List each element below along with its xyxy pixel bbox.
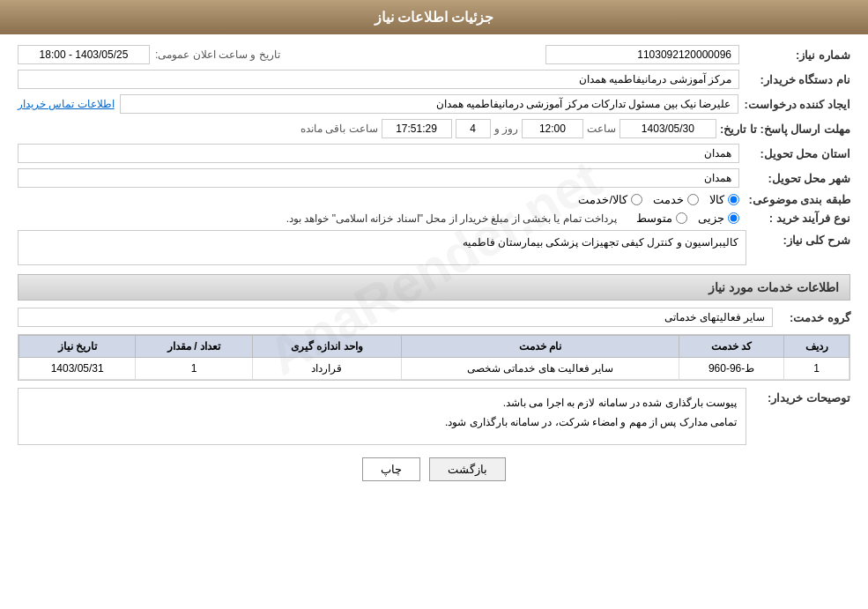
col-radif: ردیف bbox=[784, 336, 849, 358]
mohlat-rooz-value: 4 bbox=[456, 119, 491, 138]
mohlat-label: مهلت ارسال پاسخ: تا تاریخ: bbox=[720, 123, 850, 136]
radio-khadamat-input[interactable] bbox=[687, 194, 699, 205]
row-shahr: شهر محل تحویل: همدان bbox=[18, 168, 850, 188]
row-tabaqe: طبقه بندی موضوعی: کالا خدمت کالا/خدمت bbox=[18, 193, 850, 206]
shahr-label: شهر محل تحویل: bbox=[745, 172, 850, 185]
tabaqe-label: طبقه بندی موضوعی: bbox=[745, 193, 850, 206]
col-kod: کد خدمت bbox=[679, 336, 783, 358]
radio-kala-input[interactable] bbox=[728, 194, 739, 205]
name-dastgah-label: نام دستگاه خریدار: bbox=[745, 73, 850, 86]
radio-motavaset[interactable]: متوسط bbox=[636, 212, 687, 225]
col-tarikh: تاریخ نیاز bbox=[19, 336, 136, 358]
radio-kala-label: کالا bbox=[709, 193, 724, 206]
farayand-radio-group: جزیی متوسط bbox=[636, 212, 739, 225]
row-mohlat: مهلت ارسال پاسخ: تا تاریخ: 1403/05/30 سا… bbox=[18, 119, 850, 138]
mohlat-saat-value: 12:00 bbox=[522, 119, 583, 138]
sharh-kolli-value: کالیبراسیون و کنترل کیفی تجهیزات پزشکی ب… bbox=[18, 230, 746, 265]
mohlat-remaining-label: ساعت باقی مانده bbox=[300, 123, 378, 135]
radio-khadamat[interactable]: خدمت bbox=[653, 193, 699, 206]
radio-kala-khadamat-label: کالا/خدمت bbox=[578, 193, 627, 206]
radio-jozyi-input[interactable] bbox=[728, 212, 739, 224]
tabaqe-radio-group: کالا خدمت کالا/خدمت bbox=[578, 193, 739, 206]
name-dastgah-value: مرکز آموزشی درمانیفاطمیه همدان bbox=[18, 70, 739, 89]
radio-jozyi-label: جزیی bbox=[698, 212, 724, 225]
back-button[interactable]: بازگشت bbox=[429, 457, 506, 481]
radio-motavaset-input[interactable] bbox=[676, 212, 687, 224]
shomara-niaz-label: شماره نیاز: bbox=[745, 48, 850, 62]
cell-radif: 1 bbox=[784, 358, 849, 380]
mohlat-remaining-value: 17:51:29 bbox=[382, 119, 452, 138]
cell-tarikh: 1403/05/31 bbox=[19, 358, 136, 380]
shomara-niaz-value: 1103092120000096 bbox=[545, 45, 739, 64]
sharh-kolli-label: شرح کلی نیاز: bbox=[753, 230, 850, 247]
row-name-dastgah: نام دستگاه خریدار: مرکز آموزشی درمانیفاط… bbox=[18, 70, 850, 89]
shahr-value: همدان bbox=[18, 168, 739, 188]
row-buyer-desc: توصیحات خریدار: پیوست بارگذاری شده در سا… bbox=[18, 388, 850, 445]
page-title: جزئیات اطلاعات نیاز bbox=[375, 10, 494, 25]
tarikh-elan-value: 1403/05/25 - 18:00 bbox=[18, 45, 150, 64]
print-button[interactable]: چاپ bbox=[362, 457, 420, 481]
radio-kala[interactable]: کالا bbox=[709, 193, 739, 206]
page-container: جزئیات اطلاعات نیاز AnaRender.net شماره … bbox=[0, 0, 868, 609]
radio-kala-khadamat-input[interactable] bbox=[631, 194, 642, 205]
ettelaat-tamas-link[interactable]: اطلاعات تماس خریدار bbox=[18, 98, 115, 110]
ostan-value: همدان bbox=[18, 144, 739, 163]
radio-motavaset-label: متوسط bbox=[636, 212, 672, 225]
cell-tedad: 1 bbox=[136, 358, 252, 380]
row-ostan: استان محل تحویل: همدان bbox=[18, 144, 850, 163]
col-tedad: تعداد / مقدار bbox=[136, 336, 252, 358]
cell-vahed: قرارداد bbox=[252, 358, 401, 380]
radio-khadamat-label: خدمت bbox=[653, 193, 684, 206]
ijad-konande-value: علیرضا نیک بین مسئول تدارکات مرکز آموزشی… bbox=[120, 94, 739, 114]
farayand-note: پرداخت تمام یا بخشی از مبلغ خریدار از مح… bbox=[286, 212, 617, 225]
content-area: AnaRender.net شماره نیاز: 11030921200000… bbox=[0, 34, 868, 501]
table-row: 1ط-96-960سایر فعالیت های خدماتی شخصیقرار… bbox=[19, 358, 849, 380]
ostan-label: استان محل تحویل: bbox=[745, 147, 850, 160]
services-table: ردیف کد خدمت نام خدمت واحد اندازه گیری ت… bbox=[19, 335, 849, 380]
radio-jozyi[interactable]: جزیی bbox=[698, 212, 739, 225]
row-nooe-farayand: نوع فرآیند خرید : جزیی متوسط پرداخت تمام… bbox=[18, 212, 850, 225]
row-group-khadamat: گروه خدمت: سایر فعالیتهای خدماتی bbox=[18, 308, 850, 327]
services-table-container: ردیف کد خدمت نام خدمت واحد اندازه گیری ت… bbox=[18, 334, 850, 381]
buyer-desc-label: توصیحات خریدار: bbox=[753, 388, 850, 405]
mohlat-saat-label: ساعت bbox=[587, 123, 616, 135]
col-name: نام خدمت bbox=[402, 336, 679, 358]
buttons-row: بازگشت چاپ bbox=[18, 457, 850, 481]
row-sharh-kolli: شرح کلی نیاز: کالیبراسیون و کنترل کیفی ت… bbox=[18, 230, 850, 265]
cell-name: سایر فعالیت های خدماتی شخصی bbox=[402, 358, 679, 380]
col-vahed: واحد اندازه گیری bbox=[252, 336, 401, 358]
row-ijad-konande: ایجاد کننده درخواست: علیرضا نیک بین مسئو… bbox=[18, 94, 850, 114]
group-khadamat-value: سایر فعالیتهای خدماتی bbox=[18, 308, 773, 327]
nooe-farayand-label: نوع فرآیند خرید : bbox=[745, 212, 850, 225]
buyer-desc-value: پیوست بارگذاری شده در سامانه لازم به اجر… bbox=[18, 388, 746, 445]
ijad-konande-label: ایجاد کننده درخواست: bbox=[744, 98, 850, 111]
mohlat-date: 1403/05/30 bbox=[619, 119, 716, 138]
tarikh-elan-label: تاریخ و ساعت اعلان عمومی: bbox=[155, 48, 280, 61]
mohlat-rooz-label: روز و bbox=[494, 123, 518, 135]
table-header-row: ردیف کد خدمت نام خدمت واحد اندازه گیری ت… bbox=[19, 336, 849, 358]
radio-kala-khadamat[interactable]: کالا/خدمت bbox=[578, 193, 642, 206]
info-khadamat-title: اطلاعات خدمات مورد نیاز bbox=[18, 274, 850, 301]
group-khadamat-label: گروه خدمت: bbox=[780, 311, 850, 324]
page-header: جزئیات اطلاعات نیاز bbox=[0, 0, 868, 34]
cell-kod: ط-96-960 bbox=[679, 358, 783, 380]
row-shomara-tarikh: شماره نیاز: 1103092120000096 تاریخ و ساع… bbox=[18, 45, 850, 64]
